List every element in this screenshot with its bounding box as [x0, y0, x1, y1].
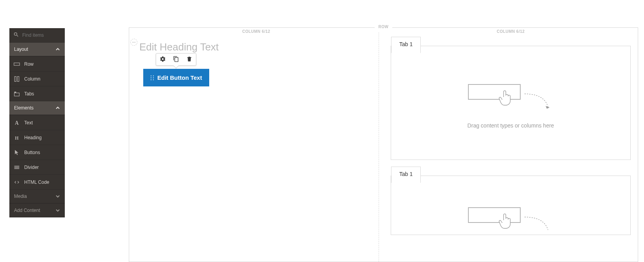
svg-text:A: A [15, 120, 19, 126]
section-elements[interactable]: Elements [9, 101, 65, 115]
svg-point-15 [153, 79, 154, 80]
gear-icon [160, 56, 166, 63]
svg-rect-2 [18, 76, 19, 81]
builder-canvas: ROW COLUMN 6/12 Edit Heading Text [129, 27, 638, 262]
svg-rect-3 [14, 93, 20, 96]
svg-point-14 [151, 79, 151, 80]
section-add-content[interactable]: Add Content [9, 203, 65, 217]
menu-heading[interactable]: H Heading [9, 130, 65, 145]
menu-column[interactable]: Column [9, 71, 65, 86]
column-label: COLUMN 6/12 [494, 29, 528, 34]
chevron-down-icon [55, 194, 60, 199]
tab-header[interactable]: Tab 1 [391, 167, 421, 183]
menu-divider[interactable]: Divider [9, 160, 65, 174]
svg-point-10 [151, 75, 151, 76]
section-label: Media [14, 194, 27, 199]
element-toolbar [156, 53, 196, 66]
drop-hint: Drag content types or columns here [468, 122, 554, 129]
search-icon [13, 32, 22, 39]
section-label: Layout [14, 47, 28, 52]
search-input[interactable] [22, 32, 61, 38]
chevron-down-icon [55, 208, 60, 213]
elements-panel: Layout Row Column Tabs Elements A Text [9, 28, 65, 217]
row-container: COLUMN 6/12 Edit Heading Text [134, 32, 633, 262]
search-row [9, 28, 65, 42]
chevron-up-icon [55, 106, 60, 110]
section-layout[interactable]: Layout [9, 42, 65, 56]
duplicate-button[interactable] [169, 54, 183, 65]
svg-point-11 [153, 75, 154, 76]
column-label: COLUMN 6/12 [239, 29, 274, 34]
tabs-icon [13, 90, 20, 97]
menu-label: HTML Code [24, 179, 49, 185]
drop-illustration-icon [468, 207, 554, 235]
drag-handle-icon[interactable] [130, 39, 137, 46]
menu-label: Row [24, 61, 34, 67]
row-icon [13, 61, 20, 68]
cursor-icon [13, 149, 20, 156]
section-label: Elements [14, 105, 34, 111]
menu-label: Tabs [24, 91, 34, 97]
menu-text[interactable]: A Text [9, 115, 65, 130]
tab-content-dropzone[interactable] [391, 176, 630, 235]
menu-row[interactable]: Row [9, 56, 65, 71]
text-icon: A [13, 119, 20, 126]
svg-rect-4 [14, 92, 16, 93]
grip-icon [150, 75, 154, 81]
delete-button[interactable] [183, 54, 196, 65]
heading-placeholder[interactable]: Edit Heading Text [134, 32, 379, 53]
settings-button[interactable] [156, 54, 169, 65]
tab-header[interactable]: Tab 1 [391, 37, 421, 53]
code-icon [13, 179, 20, 186]
svg-point-13 [153, 77, 154, 78]
svg-rect-1 [14, 76, 16, 81]
button-element: Edit Button Text [143, 69, 209, 86]
trash-icon [186, 56, 192, 63]
chevron-up-icon [55, 47, 60, 52]
divider-icon [13, 164, 20, 171]
edit-button[interactable]: Edit Button Text [143, 69, 209, 86]
copy-icon [173, 56, 179, 63]
section-label: Add Content [14, 208, 40, 213]
heading-icon: H [13, 134, 20, 141]
tabs-element[interactable]: Tab 1 [391, 176, 631, 235]
column-icon [13, 75, 20, 83]
svg-text:H: H [15, 135, 19, 140]
row-label: ROW [375, 25, 393, 29]
menu-label: Text [24, 120, 33, 126]
menu-tabs[interactable]: Tabs [9, 86, 65, 101]
menu-buttons[interactable]: Buttons [9, 145, 65, 160]
tabs-element[interactable]: Tab 1 [391, 46, 631, 160]
menu-label: Divider [24, 165, 39, 170]
button-label: Edit Button Text [157, 74, 202, 81]
drop-illustration-icon [468, 84, 554, 111]
menu-html-code[interactable]: HTML Code [9, 174, 65, 189]
menu-label: Heading [24, 135, 42, 140]
tab-label: Tab 1 [399, 171, 413, 177]
menu-label: Buttons [24, 150, 40, 155]
menu-label: Column [24, 76, 40, 82]
tab-label: Tab 1 [399, 41, 413, 47]
tab-content-dropzone[interactable]: Drag content types or columns here [391, 46, 630, 160]
column-left[interactable]: COLUMN 6/12 Edit Heading Text [134, 32, 379, 262]
section-media[interactable]: Media [9, 189, 65, 203]
svg-point-12 [151, 77, 151, 78]
svg-rect-0 [14, 63, 20, 65]
column-right[interactable]: COLUMN 6/12 Tab 1 [388, 39, 633, 262]
